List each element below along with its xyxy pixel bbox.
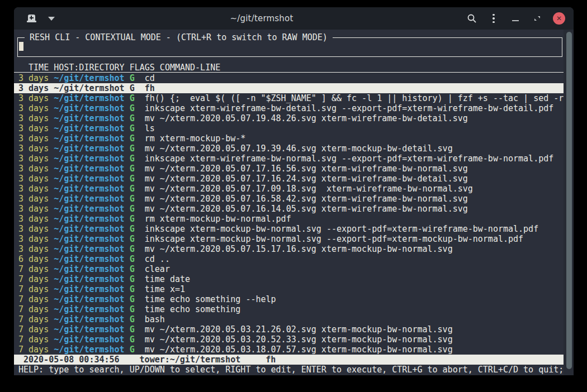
row-time: 7 days bbox=[18, 274, 49, 284]
history-row[interactable]: 3 days ~/git/termshot G inkscape xterm-w… bbox=[14, 103, 564, 113]
row-flags: G bbox=[125, 113, 135, 123]
row-time: 3 days bbox=[18, 214, 49, 224]
row-command: mv ~/xterm.2020.05.07.17.16.24.svg xterm… bbox=[135, 174, 468, 184]
row-flags: G bbox=[125, 194, 135, 204]
row-command: mv ~/xterm.2020.05.03.20.52.33.svg xterm… bbox=[135, 334, 453, 345]
row-command: inkscape xterm-mockup-bw-normal.svg --ex… bbox=[135, 234, 523, 244]
new-tab-button[interactable] bbox=[24, 11, 39, 26]
row-host-directory: ~/git/termshot bbox=[49, 234, 124, 244]
history-row[interactable]: 7 days ~/git/termshot G clear bbox=[14, 264, 564, 274]
row-command: mv ~/xterm.2020.05.07.16.14.05.svg xterm… bbox=[135, 204, 468, 214]
chevron-down-icon bbox=[48, 17, 55, 21]
row-time: 3 days bbox=[18, 133, 49, 144]
row-time: 6 days bbox=[18, 254, 49, 264]
row-flags: G bbox=[125, 324, 135, 334]
status-datetime: 2020-05-08 00:34:56 bbox=[23, 355, 120, 365]
history-row[interactable]: 3 days ~/git/termshot G mv ~/xterm.2020.… bbox=[14, 194, 564, 204]
close-button[interactable]: ✕ bbox=[552, 11, 566, 26]
history-row[interactable]: 3 days ~/git/termshot G fh bbox=[14, 83, 564, 93]
search-box[interactable]: RESH CLI - CONTEXTUAL MODE - (CTRL+R to … bbox=[17, 37, 562, 57]
history-row[interactable]: 3 days ~/git/termshot G ls bbox=[14, 123, 564, 133]
row-command: time x=1 bbox=[135, 284, 185, 294]
history-row[interactable]: 3 days ~/git/termshot G rm xterm-mockup-… bbox=[14, 214, 564, 224]
history-row[interactable]: 7 days ~/git/termshot G time echo someth… bbox=[14, 304, 564, 314]
row-command: inkscape xterm-wireframe-bw-detail.svg -… bbox=[135, 103, 554, 113]
history-row[interactable]: 3 days ~/git/termshot G inkscape xterm-w… bbox=[14, 154, 564, 164]
row-time: 3 days bbox=[18, 194, 49, 204]
close-icon: ✕ bbox=[553, 12, 565, 25]
tab-dropdown-button[interactable] bbox=[44, 11, 59, 26]
history-row[interactable]: 6 days ~/git/termshot G cd .. bbox=[14, 254, 564, 264]
row-command: mv ~/xterm.2020.05.07.16.58.42.svg xterm… bbox=[135, 194, 468, 204]
search-button[interactable] bbox=[465, 11, 479, 26]
history-row[interactable]: 3 days ~/git/termshot G mv ~/xterm.2020.… bbox=[14, 174, 564, 184]
history-row[interactable]: 3 days ~/git/termshot G inkscape xterm-m… bbox=[14, 224, 564, 234]
row-flags: G bbox=[125, 254, 135, 264]
row-command: time echo something bbox=[135, 304, 241, 314]
history-row[interactable]: 7 days ~/git/termshot G mv ~/xterm.2020.… bbox=[14, 334, 564, 345]
row-time: 7 days bbox=[18, 324, 49, 334]
scrollbar-track[interactable] bbox=[564, 30, 574, 375]
row-time: 3 days bbox=[18, 244, 49, 254]
row-command: mv ~/xterm.2020.05.07.15.17.16.svg xterm… bbox=[135, 244, 453, 254]
row-command: clear bbox=[135, 264, 170, 274]
row-host-directory: ~/git/termshot bbox=[49, 314, 124, 324]
row-time: 3 days bbox=[18, 234, 49, 244]
minimize-button[interactable] bbox=[508, 11, 523, 26]
history-row[interactable]: 7 days ~/git/termshot G mv ~/xterm.2020.… bbox=[14, 345, 564, 355]
row-time: 3 days bbox=[18, 204, 49, 214]
history-row-list: 3 days ~/git/termshot G cd 3 days ~/git/… bbox=[14, 73, 564, 355]
history-row[interactable]: 3 days ~/git/termshot G cd bbox=[14, 73, 564, 83]
history-row[interactable]: 7 days ~/git/termshot G bash bbox=[14, 314, 564, 324]
history-row[interactable]: 7 days ~/git/termshot G mv ~/xterm.2020.… bbox=[14, 324, 564, 334]
restore-button[interactable] bbox=[530, 11, 545, 26]
row-time: 3 days bbox=[18, 83, 49, 93]
history-row[interactable]: 3 days ~/git/termshot G mv ~/xterm.2020.… bbox=[14, 184, 564, 194]
row-flags: G bbox=[125, 244, 135, 254]
row-time: 3 days bbox=[18, 144, 49, 154]
history-row[interactable]: 7 days ~/git/termshot G time echo someth… bbox=[14, 294, 564, 304]
row-flags: G bbox=[125, 314, 135, 324]
history-row[interactable]: 3 days ~/git/termshot G mv ~/xterm.2020.… bbox=[14, 204, 564, 214]
row-host-directory: ~/git/termshot bbox=[49, 73, 124, 83]
history-row[interactable]: 3 days ~/git/termshot G mv ~/xterm.2020.… bbox=[14, 164, 564, 174]
history-row[interactable]: 3 days ~/git/termshot G mv ~/xterm.2020.… bbox=[14, 144, 564, 154]
row-host-directory: ~/git/termshot bbox=[49, 133, 124, 144]
row-host-directory: ~/git/termshot bbox=[49, 244, 124, 254]
text-cursor bbox=[19, 42, 23, 51]
menu-button[interactable] bbox=[486, 11, 501, 26]
row-host-directory: ~/git/termshot bbox=[49, 304, 124, 314]
row-command: mv ~/xterm.2020.05.03.18.07.57.svg xterm… bbox=[135, 345, 453, 355]
history-row[interactable]: 3 days ~/git/termshot G mv ~/xterm.2020.… bbox=[14, 244, 564, 254]
status-bar: 2020-05-08 00:34:56tower:~/git/termshotf… bbox=[14, 355, 564, 365]
row-host-directory: ~/git/termshot bbox=[49, 113, 124, 123]
row-flags: G bbox=[125, 294, 135, 304]
row-time: 3 days bbox=[18, 113, 49, 123]
row-flags: G bbox=[125, 73, 135, 83]
titlebar: ~/git/termshot bbox=[14, 7, 574, 30]
history-row[interactable]: 7 days ~/git/termshot G time x=1 bbox=[14, 284, 564, 294]
row-flags: G bbox=[125, 264, 135, 274]
row-host-directory: ~/git/termshot bbox=[49, 204, 124, 214]
row-command: rm xterm-mockup-bw-normal.pdf bbox=[135, 214, 291, 224]
row-flags: G bbox=[125, 304, 135, 314]
row-time: 3 days bbox=[18, 73, 49, 83]
history-row[interactable]: 3 days ~/git/termshot G inkscape xterm-m… bbox=[14, 234, 564, 244]
row-host-directory: ~/git/termshot bbox=[49, 324, 124, 334]
row-host-directory: ~/git/termshot bbox=[49, 194, 124, 204]
row-flags: G bbox=[125, 345, 135, 355]
status-query: fh bbox=[266, 355, 276, 365]
row-time: 7 days bbox=[18, 334, 49, 345]
search-box-title: RESH CLI - CONTEXTUAL MODE - (CTRL+R to … bbox=[25, 32, 333, 42]
history-row[interactable]: 3 days ~/git/termshot G mv ~/xterm.2020.… bbox=[14, 113, 564, 123]
row-command: mv ~/xterm.2020.05.07.17.16.56.svg xterm… bbox=[135, 164, 468, 174]
history-row[interactable]: 3 days ~/git/termshot G rm xterm-mockup-… bbox=[14, 133, 564, 144]
row-command: fh() {; eval $( ([ -n "$ZSH_NAME" ] && f… bbox=[135, 93, 564, 103]
scrollbar-thumb[interactable] bbox=[566, 32, 572, 369]
row-time: 7 days bbox=[18, 314, 49, 324]
row-host-directory: ~/git/termshot bbox=[49, 93, 124, 103]
history-row[interactable]: 3 days ~/git/termshot G fh() {; eval $( … bbox=[14, 93, 564, 103]
row-host-directory: ~/git/termshot bbox=[49, 224, 124, 234]
history-row[interactable]: 7 days ~/git/termshot G time date bbox=[14, 274, 564, 284]
row-flags: G bbox=[125, 284, 135, 294]
